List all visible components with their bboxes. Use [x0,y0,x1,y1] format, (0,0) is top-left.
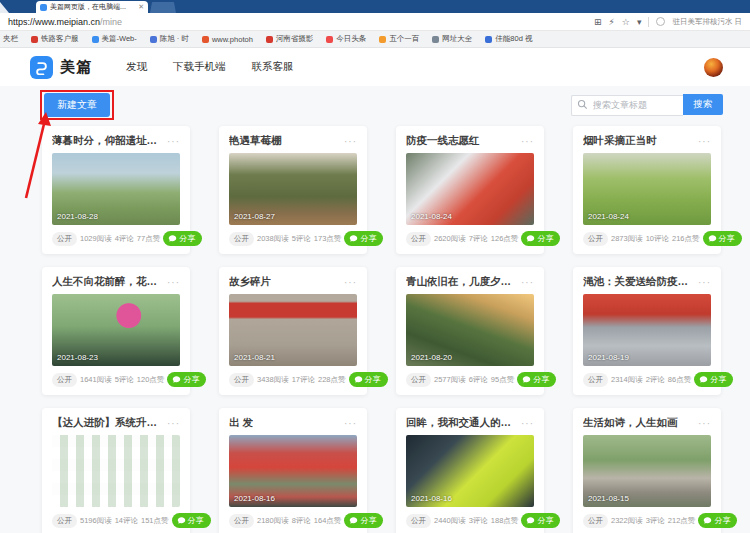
more-options-icon[interactable]: ··· [521,277,534,288]
bookmark-label: 佳能80d 视 [495,34,532,44]
more-options-icon[interactable]: ··· [167,136,180,147]
article-card[interactable]: 烟叶采摘正当时 ··· 2021-08-24 公开 2873阅读 10评论 21… [573,126,721,254]
card-date: 2021-08-16 [411,494,452,503]
browser-tab-strip: 美篇网页版，在电脑端... ✕ [0,0,750,13]
card-date: 2021-08-24 [411,212,452,221]
card-title[interactable]: 【达人进阶】系统升级维护，... [52,416,164,430]
flash-icon[interactable]: ⚡ [608,17,614,27]
card-title[interactable]: 防疫一线志愿红 [406,134,480,148]
comments-count: 14评论 [115,516,138,526]
card-cover-image[interactable]: 2021-08-23 [52,294,180,366]
share-button[interactable]: 分享 [344,231,383,246]
bookmark-item[interactable]: 五个一百 [379,34,419,44]
share-button[interactable]: 分享 [163,231,202,246]
article-card[interactable]: 青山依旧在，几度夕阳红 ··· 2021-08-20 公开 2577阅读 6评论… [396,267,544,395]
nav-download-app[interactable]: 下载手机端 [173,60,226,74]
url-text[interactable]: https://www.meipian.cn/mine [8,17,122,27]
more-options-icon[interactable]: ··· [698,277,711,288]
bookmark-label: 陈旭 · 时 [160,34,189,44]
user-avatar[interactable] [704,58,723,77]
card-cover-image[interactable]: 2021-08-21 [229,294,357,366]
article-card[interactable]: 【达人进阶】系统升级维护，... ··· 公开 5196阅读 14评论 151点… [42,408,190,533]
share-button[interactable]: 分享 [349,372,388,387]
card-title[interactable]: 出 发 [229,416,253,430]
card-cover-image[interactable]: 2021-08-16 [406,435,534,507]
active-browser-tab[interactable]: 美篇网页版，在电脑端... ✕ [36,1,148,13]
card-title[interactable]: 生活如诗，人生如画 [583,416,678,430]
likes-count: 151点赞 [141,516,169,526]
article-card[interactable]: 薄暮时分，仰韶遗址公园即景 ··· 2021-08-28 公开 1029阅读 4… [42,126,190,254]
meipian-logo-icon[interactable] [30,56,53,79]
article-card[interactable]: 人生不向花前醉，花笑人生也... ··· 2021-08-23 公开 1641阅… [42,267,190,395]
share-button[interactable]: 分享 [521,513,560,528]
card-date: 2021-08-21 [234,353,275,362]
caret-down-icon[interactable]: ▾ [637,17,642,27]
bookmark-star-icon[interactable]: ☆ [622,17,630,27]
article-card[interactable]: 渑池：关爱送给防疫卡点“守... ··· 2021-08-19 公开 2314阅… [573,267,721,395]
bookmark-item[interactable]: 河南省摄影 [266,34,314,44]
share-button[interactable]: 分享 [172,513,211,528]
share-button[interactable]: 分享 [167,372,206,387]
article-card[interactable]: 防疫一线志愿红 ··· 2021-08-24 公开 2620阅读 7评论 126… [396,126,544,254]
article-card[interactable]: 艳遇草莓棚 ··· 2021-08-27 公开 2038阅读 5评论 173点赞… [219,126,367,254]
news-ticker[interactable]: 驻日美军排核污水 日 [672,17,742,27]
card-cover-image[interactable] [52,435,180,507]
bookmark-item[interactable]: 佳能80d 视 [485,34,532,44]
share-button[interactable]: 分享 [698,513,737,528]
more-options-icon[interactable]: ··· [167,418,180,429]
article-card[interactable]: 出 发 ··· 2021-08-16 公开 2180阅读 8评论 164点赞 分… [219,408,367,533]
card-cover-image[interactable]: 2021-08-24 [406,153,534,225]
brand-name[interactable]: 美篇 [60,58,92,77]
card-title[interactable]: 渑池：关爱送给防疫卡点“守... [583,275,695,289]
card-cover-image[interactable]: 2021-08-24 [583,153,711,225]
card-cover-image[interactable]: 2021-08-28 [52,153,180,225]
card-cover-image[interactable]: 2021-08-15 [583,435,711,507]
nav-discover[interactable]: 发现 [126,60,147,74]
card-cover-image[interactable]: 2021-08-16 [229,435,357,507]
reads-count: 5196阅读 [80,516,112,526]
more-options-icon[interactable]: ··· [521,136,534,147]
nav-contact-support[interactable]: 联系客服 [252,60,294,74]
more-options-icon[interactable]: ··· [344,418,357,429]
bookmark-item[interactable]: www.photoh [202,35,253,44]
bookmark-item[interactable]: 铁路客户服 [31,34,79,44]
more-options-icon[interactable]: ··· [698,418,711,429]
bookmark-item[interactable]: 美篇-Web- [92,34,137,44]
bookmark-item[interactable]: 今日头条 [326,34,366,44]
article-card[interactable]: 回眸，我和交通人的数度“密... ··· 2021-08-16 公开 2440阅… [396,408,544,533]
extensions-grid-icon[interactable]: ⊞ [594,17,602,27]
bookmark-item[interactable]: 陈旭 · 时 [150,34,189,44]
card-cover-image[interactable]: 2021-08-27 [229,153,357,225]
bookmark-label: www.photoh [212,35,253,44]
share-button[interactable]: 分享 [344,513,383,528]
search-button[interactable]: 搜索 [683,94,723,115]
more-options-icon[interactable]: ··· [344,136,357,147]
card-title[interactable]: 艳遇草莓棚 [229,134,282,148]
card-cover-image[interactable]: 2021-08-20 [406,294,534,366]
bookmark-item[interactable]: 网址大全 [432,34,472,44]
more-options-icon[interactable]: ··· [344,277,357,288]
likes-count: 164点赞 [314,516,342,526]
article-card[interactable]: 生活如诗，人生如画 ··· 2021-08-15 公开 2322阅读 3评论 2… [573,408,721,533]
share-button[interactable]: 分享 [694,372,733,387]
share-button[interactable]: 分享 [517,372,556,387]
card-cover-image[interactable]: 2021-08-19 [583,294,711,366]
share-button[interactable]: 分享 [521,231,560,246]
next-tab[interactable] [150,2,176,13]
more-options-icon[interactable]: ··· [521,418,534,429]
bookmark-truncated[interactable]: 夹栏 [3,34,18,44]
card-title[interactable]: 人生不向花前醉，花笑人生也... [52,275,164,289]
tab-close-icon[interactable]: ✕ [138,3,144,11]
card-title[interactable]: 烟叶采摘正当时 [583,134,657,148]
article-card[interactable]: 故乡碎片 ··· 2021-08-21 公开 3438阅读 17评论 228点赞… [219,267,367,395]
card-title[interactable]: 青山依旧在，几度夕阳红 [406,275,518,289]
share-button[interactable]: 分享 [703,231,742,246]
more-options-icon[interactable]: ··· [698,136,711,147]
previous-tab-edge[interactable] [0,2,9,13]
new-article-button[interactable]: 新建文章 [44,93,110,117]
more-options-icon[interactable]: ··· [167,277,180,288]
card-title[interactable]: 薄暮时分，仰韶遗址公园即景 [52,134,164,148]
reads-count: 2180阅读 [257,516,289,526]
card-title[interactable]: 故乡碎片 [229,275,271,289]
card-title[interactable]: 回眸，我和交通人的数度“密... [406,416,518,430]
